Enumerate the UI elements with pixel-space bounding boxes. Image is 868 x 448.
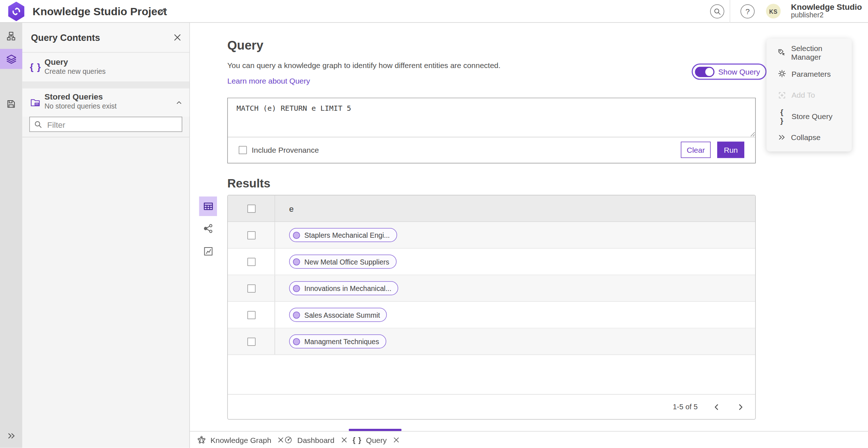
row-checkbox-cell (228, 275, 275, 301)
project-title: Knowledge Studio Project (33, 0, 167, 23)
store-query-label: Store Query (792, 112, 833, 121)
entity-label: New Metal Office Suppliers (305, 258, 390, 266)
parameters-button[interactable]: Parameters (767, 63, 852, 84)
collapse-section-button[interactable] (175, 99, 183, 106)
tab-label: Dashboard (297, 436, 335, 444)
user-role: publisher2 (791, 12, 862, 19)
entity-label: Sales Associate Summit (305, 311, 380, 319)
chevron-left-icon (713, 403, 720, 411)
clear-button[interactable]: Clear (681, 142, 711, 158)
selection-manager-button[interactable]: Selection Manager (767, 42, 852, 63)
dashboard-gauge-icon (284, 435, 293, 445)
run-button[interactable]: Run (717, 142, 744, 158)
pencil-icon (157, 7, 167, 16)
tab-knowledge-graph[interactable]: Knowledge Graph (197, 432, 284, 448)
panel-gap (22, 81, 190, 89)
knowledge-graph-icon (197, 435, 207, 445)
row-checkbox-cell (228, 329, 275, 355)
view-graph-button[interactable] (199, 219, 217, 238)
tab-query-active[interactable]: { } Query (353, 432, 399, 448)
entity-dot-icon (293, 258, 300, 265)
row-checkbox[interactable] (247, 337, 255, 346)
rail-item-layers-active[interactable] (0, 49, 22, 69)
entity-pill[interactable]: New Metal Office Suppliers (289, 255, 396, 269)
include-provenance-checkbox[interactable] (239, 146, 247, 154)
rail-item-project-hierarchy[interactable] (0, 26, 22, 46)
row-checkbox[interactable] (247, 311, 255, 319)
tab-dashboard[interactable]: Dashboard (284, 432, 347, 448)
store-query-button[interactable]: { } Store Query (767, 106, 852, 127)
add-to-label: Add To (792, 91, 815, 100)
close-tab-button[interactable] (278, 437, 284, 443)
query-item-subtitle: Create new queries (44, 67, 106, 76)
row-value-cell: Sales Associate Summit (275, 302, 756, 328)
search-button[interactable] (710, 4, 724, 18)
avatar-initials: KS (769, 8, 778, 14)
folder-icon (30, 97, 41, 108)
collapse-panel-button[interactable]: Collapse (767, 127, 852, 148)
active-tab-indicator (349, 429, 402, 431)
add-to-button-disabled: Add To (767, 84, 852, 106)
entity-pill[interactable]: Sales Associate Summit (289, 308, 387, 322)
page-title: Query (227, 38, 264, 53)
close-tab-button[interactable] (341, 437, 347, 443)
view-table-button[interactable] (199, 196, 217, 216)
rail-item-save[interactable] (0, 94, 22, 114)
row-value-cell: New Metal Office Suppliers (275, 249, 756, 275)
view-chart-button[interactable] (199, 242, 217, 261)
app-logo[interactable] (7, 2, 26, 21)
query-editor-input[interactable]: MATCH (e) RETURN e LIMIT 5 (228, 98, 755, 138)
close-icon (278, 437, 284, 443)
row-checkbox[interactable] (247, 258, 255, 266)
panel-item-query[interactable]: { } Query Create new queries (22, 53, 190, 82)
panel-item-stored-queries[interactable]: Stored Queries No stored queries exist (22, 89, 190, 117)
entity-dot-icon (293, 232, 300, 239)
chart-view-icon (203, 246, 213, 257)
table-row: Sales Associate Summit (228, 302, 755, 329)
learn-more-link[interactable]: Learn more about Query (227, 77, 310, 85)
stored-queries-title: Stored Queries (44, 92, 103, 101)
filter-input[interactable] (46, 117, 181, 131)
include-provenance-label: Include Provenance (252, 145, 319, 154)
select-all-checkbox[interactable] (247, 204, 255, 213)
help-button[interactable]: ? (741, 4, 755, 18)
row-value-cell: Staplers Mechanical Engi... (275, 222, 756, 248)
query-contents-panel: Query Contents { } Query Create new quer… (22, 23, 190, 448)
filter-field (29, 117, 182, 132)
entity-label: Staplers Mechanical Engi... (305, 231, 390, 239)
entity-pill[interactable]: Staplers Mechanical Engi... (289, 228, 397, 242)
next-page-button[interactable] (736, 402, 745, 412)
braces-icon: { } (353, 436, 362, 444)
row-value-cell: Managment Techniques (275, 329, 756, 355)
user-avatar[interactable]: KS (766, 4, 781, 19)
document-tabbar: Knowledge Graph Dashboard { } Query (190, 431, 868, 448)
entity-dot-icon (293, 338, 300, 345)
header-checkbox-cell (228, 195, 275, 221)
double-chevron-right-icon (6, 431, 16, 440)
entity-dot-icon (293, 285, 300, 292)
close-tab-button[interactable] (393, 437, 399, 443)
chevron-right-icon (737, 403, 744, 411)
row-checkbox-cell (228, 302, 275, 328)
user-name: Knowledge Studio (791, 3, 862, 12)
edit-title-button[interactable] (156, 5, 168, 17)
close-icon (393, 437, 399, 443)
table-row: Staplers Mechanical Engi... (228, 222, 755, 249)
tab-label: Query (366, 436, 387, 444)
row-checkbox-cell (228, 222, 275, 248)
rail-expand-button[interactable] (0, 426, 22, 446)
panel-close-button[interactable] (172, 32, 183, 43)
table-row: New Metal Office Suppliers (228, 249, 755, 275)
row-checkbox[interactable] (247, 284, 255, 292)
show-query-toggle[interactable]: Show Query (692, 64, 767, 80)
row-checkbox[interactable] (247, 231, 255, 239)
entity-pill[interactable]: Managment Techniques (289, 334, 386, 348)
column-header-e: e (275, 195, 756, 221)
selection-manager-label: Selection Manager (791, 44, 852, 61)
knowledge-studio-logo-icon (7, 2, 26, 21)
toggle-label: Show Query (718, 67, 760, 76)
entity-pill[interactable]: Innovations in Mechanical... (289, 281, 399, 295)
braces-icon: { } (778, 107, 787, 125)
previous-page-button[interactable] (712, 402, 722, 412)
topbar: Knowledge Studio Project ? KS Knowledge … (0, 0, 868, 23)
